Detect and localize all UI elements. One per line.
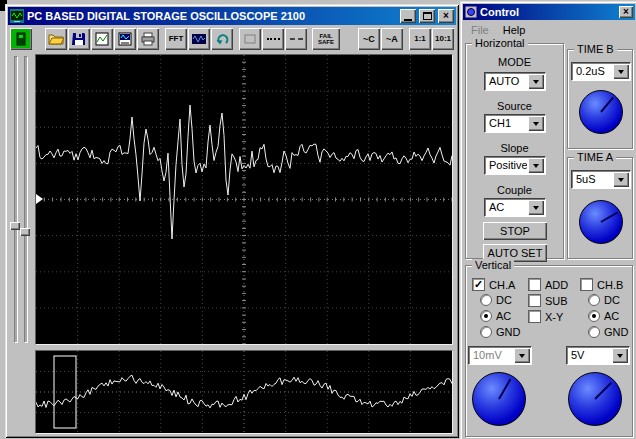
checkbox-box: ✓ bbox=[580, 278, 593, 291]
volts-b-knob-pointer bbox=[594, 382, 612, 400]
source-dropdown-button[interactable] bbox=[528, 116, 544, 131]
save-button[interactable] bbox=[68, 28, 90, 50]
checkbox-sub[interactable]: ✓ SUB bbox=[528, 294, 568, 307]
source-select[interactable]: CH1 bbox=[484, 114, 546, 133]
time-a-knob[interactable] bbox=[579, 200, 623, 244]
mode-value: AUTO bbox=[485, 73, 527, 90]
radio-dc-a[interactable]: DC bbox=[480, 294, 512, 306]
undo-arrow-icon bbox=[215, 32, 229, 46]
chevron-down-icon bbox=[533, 80, 539, 84]
checkbox-box: ✓ bbox=[472, 278, 485, 291]
couple-dropdown-button[interactable] bbox=[528, 200, 544, 215]
checkbox-ch-b-label: CH.B bbox=[597, 279, 623, 291]
slope-dropdown-button[interactable] bbox=[528, 158, 544, 173]
position-slider-track-1 bbox=[14, 56, 17, 342]
radio-circle bbox=[588, 294, 600, 306]
chevron-down-icon bbox=[618, 178, 624, 182]
volts-a-dropdown-button[interactable] bbox=[514, 348, 530, 363]
close-button[interactable]: × bbox=[438, 9, 454, 23]
slope-select[interactable]: Positive bbox=[484, 156, 546, 175]
time-a-dropdown-button[interactable] bbox=[613, 172, 629, 187]
position-slider[interactable] bbox=[20, 228, 30, 236]
waveform-display-button[interactable] bbox=[188, 28, 210, 50]
volts-a-select[interactable]: 10mV bbox=[468, 346, 532, 365]
time-b-knob[interactable] bbox=[579, 90, 623, 134]
radio-circle bbox=[480, 294, 492, 306]
open-folder-icon bbox=[48, 32, 64, 46]
mode-select[interactable]: AUTO bbox=[484, 72, 546, 91]
fft-label: FFT bbox=[169, 35, 184, 43]
source-value: CH1 bbox=[485, 115, 527, 132]
chevron-down-icon bbox=[533, 206, 539, 210]
minimize-button[interactable] bbox=[400, 9, 416, 23]
time-b-dropdown-button[interactable] bbox=[613, 64, 629, 79]
fail-safe-label: FAIL SAFE bbox=[318, 33, 334, 45]
couple-label: Couple bbox=[466, 184, 563, 196]
radio-circle bbox=[588, 326, 600, 338]
chevron-down-icon bbox=[533, 164, 539, 168]
maximize-icon bbox=[423, 12, 432, 20]
box-select-button[interactable] bbox=[239, 28, 261, 50]
mode-dropdown-button[interactable] bbox=[528, 74, 544, 89]
menu-help[interactable]: Help bbox=[503, 24, 526, 36]
position-slider-track-2 bbox=[24, 56, 27, 342]
time-b-group: TIME B 0.2uS bbox=[567, 49, 633, 149]
radio-gnd-b[interactable]: GND bbox=[588, 326, 628, 338]
trigger-level-slider[interactable] bbox=[10, 222, 20, 230]
radio-dc-a-label: DC bbox=[496, 294, 512, 306]
couple-select[interactable]: AC bbox=[484, 198, 546, 217]
radio-ac-a[interactable]: AC bbox=[480, 310, 511, 322]
calibrate-c-button[interactable]: ~C bbox=[358, 28, 380, 50]
probe-10x-button[interactable]: 10:1 bbox=[432, 28, 454, 50]
checkbox-add[interactable]: ✓ ADD bbox=[528, 278, 568, 291]
main-titlebar[interactable]: PC BASED DIGITAL STORAGE OSCILLOSCOPE 21… bbox=[8, 7, 456, 25]
control-app-icon bbox=[465, 6, 477, 18]
volts-b-value: 5V bbox=[567, 347, 611, 364]
time-a-value: 5uS bbox=[572, 171, 612, 188]
radio-dc-b[interactable]: DC bbox=[588, 294, 620, 306]
time-b-knob-pointer bbox=[600, 97, 614, 113]
volts-b-select[interactable]: 5V bbox=[566, 346, 630, 365]
dotted-line-button[interactable] bbox=[262, 28, 284, 50]
radio-gnd-a[interactable]: GND bbox=[480, 326, 520, 338]
control-titlebar[interactable]: Control × bbox=[463, 4, 635, 20]
time-b-select[interactable]: 0.2uS bbox=[571, 62, 631, 81]
main-scope-display[interactable] bbox=[35, 54, 453, 345]
volts-a-knob[interactable] bbox=[472, 372, 526, 426]
checkbox-ch-a[interactable]: ✓ CH.A bbox=[472, 278, 515, 291]
slope-value: Positive bbox=[485, 157, 527, 174]
radio-gnd-a-label: GND bbox=[496, 326, 520, 338]
mode-label: MODE bbox=[466, 56, 563, 68]
menu-file[interactable]: File bbox=[471, 24, 489, 36]
checkbox-add-label: ADD bbox=[545, 279, 568, 291]
fail-safe-button[interactable]: FAIL SAFE bbox=[312, 28, 340, 50]
stop-button[interactable]: STOP bbox=[483, 222, 547, 240]
export-graph-button[interactable] bbox=[91, 28, 113, 50]
print-button[interactable] bbox=[137, 28, 159, 50]
dashed-line-icon bbox=[290, 38, 303, 40]
checkbox-ch-b[interactable]: ✓ CH.B bbox=[580, 278, 623, 291]
calibrate-a-label: ~A bbox=[386, 35, 398, 43]
radio-ac-a-label: AC bbox=[496, 310, 511, 322]
open-button[interactable] bbox=[45, 28, 67, 50]
volts-b-dropdown-button[interactable] bbox=[612, 348, 628, 363]
calibrate-c-label: ~C bbox=[363, 35, 375, 43]
fft-button[interactable]: FFT bbox=[165, 28, 187, 50]
dashed-line-button[interactable] bbox=[285, 28, 307, 50]
time-a-select[interactable]: 5uS bbox=[571, 170, 631, 189]
calibrate-a-button[interactable]: ~A bbox=[381, 28, 403, 50]
radio-ac-b[interactable]: AC bbox=[588, 310, 619, 322]
acquire-button[interactable] bbox=[10, 28, 32, 50]
radio-circle bbox=[480, 326, 492, 338]
volts-b-knob[interactable] bbox=[568, 372, 622, 426]
overview-scope-display[interactable] bbox=[35, 350, 453, 434]
probe-1x-button[interactable]: 1:1 bbox=[409, 28, 431, 50]
horizontal-group: Horizontal MODE AUTO Source CH1 Slope Po… bbox=[465, 43, 564, 259]
checkbox-xy[interactable]: ✓ X-Y bbox=[528, 310, 563, 323]
app-icon bbox=[10, 9, 24, 23]
control-close-button[interactable]: × bbox=[619, 6, 633, 18]
copy-image-button[interactable] bbox=[114, 28, 136, 50]
undo-button[interactable] bbox=[211, 28, 233, 50]
trigger-marker[interactable] bbox=[36, 194, 43, 204]
maximize-button[interactable] bbox=[419, 9, 435, 23]
